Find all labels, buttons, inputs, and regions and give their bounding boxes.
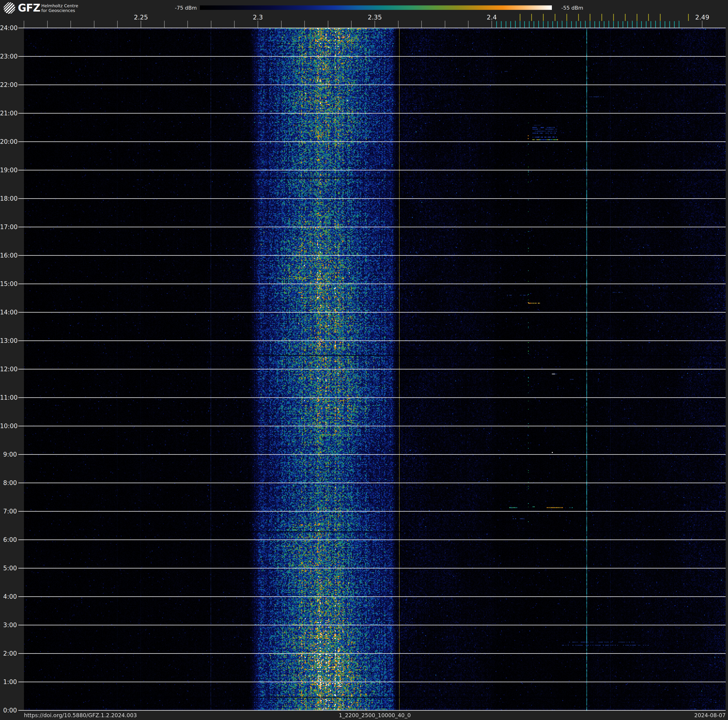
doi-link[interactable]: https://doi.org/10.5880/GFZ.1.2.2024.003	[24, 712, 137, 718]
dataset-filename: 1_2200_2500_10000_40_0	[339, 712, 411, 718]
spectrogram-page: GFZ Helmholtz Centre for Geosciences -75…	[0, 0, 728, 720]
spectrogram-overlay-canvas	[0, 0, 728, 720]
date-label: 2024-08-07	[694, 712, 726, 718]
